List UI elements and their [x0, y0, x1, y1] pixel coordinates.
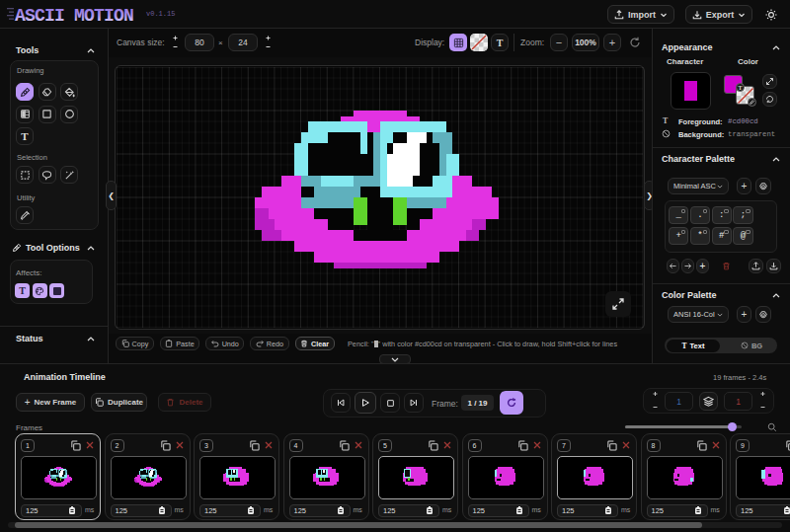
svg-text:ASCII MOTION: ASCII MOTION — [15, 6, 133, 24]
